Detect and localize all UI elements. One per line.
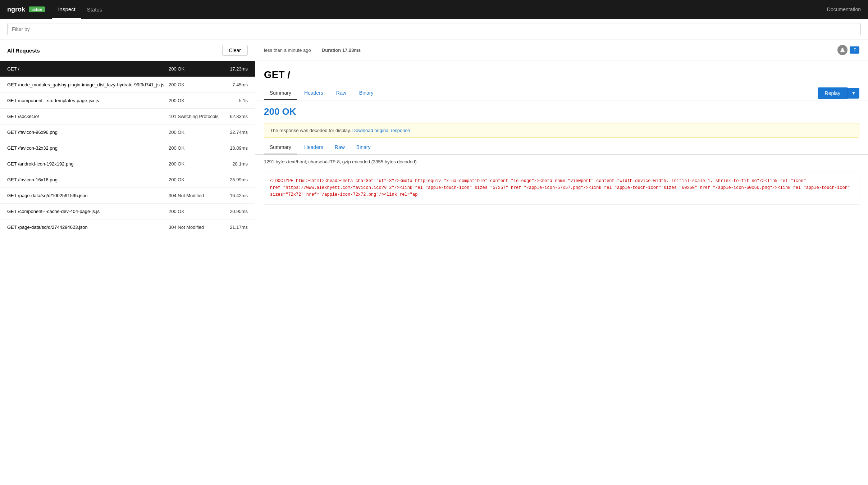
request-meta-bar: less than a minute ago Duration 17.23ms … [255, 40, 868, 60]
req-status: 200 OK [169, 82, 219, 87]
filter-input[interactable] [7, 23, 861, 35]
req-time: 20.95ms [219, 209, 248, 214]
request-row[interactable]: GET /node_modules_gatsby-plugin-image_di… [0, 77, 255, 93]
user-icon [837, 45, 848, 55]
request-row[interactable]: GET /favicon-96x96.png200 OK22.74ms [0, 124, 255, 140]
req-path: GET /android-icon-192x192.png [7, 161, 169, 167]
response-tabs-bar: Summary Headers Raw Binary [255, 141, 868, 155]
req-status: 200 OK [169, 177, 219, 182]
req-path: GET / [7, 66, 169, 72]
request-row[interactable]: GET /android-icon-192x192.png200 OK28.1m… [0, 156, 255, 172]
req-path: GET /node_modules_gatsby-plugin-image_di… [7, 82, 169, 87]
filter-bar [0, 19, 868, 40]
tab-headers[interactable]: Headers [298, 86, 329, 100]
download-response-link[interactable]: Download original response [352, 128, 410, 133]
req-time: 22.74ms [219, 130, 248, 135]
req-path: GET /socket.io/ [7, 114, 169, 119]
right-panel: less than a minute ago Duration 17.23ms … [255, 40, 868, 485]
req-path: GET /favicon-16x16.png [7, 177, 169, 182]
clear-button[interactable]: Clear [222, 45, 248, 56]
response-tab-binary[interactable]: Binary [351, 141, 376, 154]
request-title-section: GET / [255, 60, 868, 81]
duration-value: 17.23ms [342, 47, 361, 53]
req-time: 16.42ms [219, 193, 248, 198]
tab-raw[interactable]: Raw [330, 86, 352, 100]
brand-name: ngrok [7, 6, 25, 13]
duration-label: Duration [322, 47, 341, 53]
request-row[interactable]: GET /component---cache-dev-404-page-js.j… [0, 204, 255, 219]
req-status: 200 OK [169, 130, 219, 135]
req-status: 304 Not Modified [169, 225, 219, 230]
request-tabs-group: Summary Headers Raw Binary [264, 86, 818, 100]
req-status: 200 OK [169, 145, 219, 151]
response-code-block: <!DOCTYPE html><html><head><meta charSet… [264, 172, 859, 205]
response-notice-text: The response was decoded for display. [270, 128, 351, 133]
req-path: GET /page-data/sq/d/2744294623.json [7, 225, 169, 230]
req-status: 200 OK [169, 66, 219, 72]
req-path: GET /favicon-32x32.png [7, 145, 169, 151]
response-status: 200 OK [255, 100, 868, 120]
request-tabs-bar: Summary Headers Raw Binary Replay ▼ [255, 86, 868, 100]
req-status: 304 Not Modified [169, 193, 219, 198]
req-path: GET /page-data/sq/d/1002591595.json [7, 193, 169, 198]
request-list: GET /200 OK17.23msGET /node_modules_gats… [0, 61, 255, 235]
response-meta-info: 1291 bytes text/html; charset=UTF-8, gzi… [255, 155, 868, 169]
req-time: 25.99ms [219, 177, 248, 182]
tab-binary[interactable]: Binary [353, 86, 379, 100]
panel-header: All Requests Clear [0, 40, 255, 61]
nav-docs[interactable]: Documentation [827, 6, 861, 12]
tab-summary[interactable]: Summary [264, 86, 297, 100]
req-status: 200 OK [169, 209, 219, 214]
request-row[interactable]: GET /component---src-templates-page-jsx.… [0, 93, 255, 109]
nav-inspect[interactable]: Inspect [52, 0, 81, 19]
req-time: 21.17ms [219, 225, 248, 230]
req-time: 17.23ms [219, 66, 248, 72]
req-time: 28.1ms [219, 161, 248, 167]
main-layout: All Requests Clear GET /200 OK17.23msGET… [0, 40, 868, 485]
request-row[interactable]: GET /page-data/sq/d/2744294623.json304 N… [0, 219, 255, 235]
response-tab-headers[interactable]: Headers [298, 141, 329, 154]
req-status: 200 OK [169, 98, 219, 103]
response-notice: The response was decoded for display. Do… [264, 123, 859, 138]
req-path: GET /favicon-96x96.png [7, 130, 169, 135]
code-content: <!DOCTYPE html><html><head><meta charSet… [270, 178, 850, 197]
all-requests-title: All Requests [7, 47, 40, 54]
req-status: 200 OK [169, 161, 219, 167]
req-time: 18.89ms [219, 145, 248, 151]
request-row[interactable]: GET /200 OK17.23ms [0, 61, 255, 77]
req-path: GET /component---cache-dev-404-page-js.j… [7, 209, 169, 214]
request-title: GET / [264, 69, 859, 81]
req-path: GET /component---src-templates-page-jsx.… [7, 98, 169, 103]
request-row[interactable]: GET /favicon-16x16.png200 OK25.99ms [0, 172, 255, 188]
request-row[interactable]: GET /favicon-32x32.png200 OK18.89ms [0, 140, 255, 156]
top-nav: ngrok online Inspect Status Documentatio… [0, 0, 868, 19]
ip-badge: IP [850, 46, 859, 54]
replay-button[interactable]: Replay [818, 87, 848, 99]
response-tab-raw[interactable]: Raw [329, 141, 351, 154]
req-time: 7.45ms [219, 82, 248, 87]
left-panel: All Requests Clear GET /200 OK17.23msGET… [0, 40, 255, 485]
req-time: 62.83ms [219, 114, 248, 119]
response-tab-summary[interactable]: Summary [264, 141, 297, 154]
request-duration: Duration 17.23ms [322, 47, 361, 53]
replay-dropdown-button[interactable]: ▼ [848, 88, 859, 99]
request-row[interactable]: GET /page-data/sq/d/1002591595.json304 N… [0, 188, 255, 204]
req-status: 101 Switching Protocols [169, 114, 219, 119]
request-timestamp: less than a minute ago [264, 47, 311, 53]
online-badge: online [29, 6, 45, 12]
nav-status[interactable]: Status [81, 0, 108, 19]
replay-btn-group: Replay ▼ [818, 87, 859, 99]
request-row[interactable]: GET /socket.io/101 Switching Protocols62… [0, 109, 255, 124]
req-time: 5.1s [219, 98, 248, 103]
